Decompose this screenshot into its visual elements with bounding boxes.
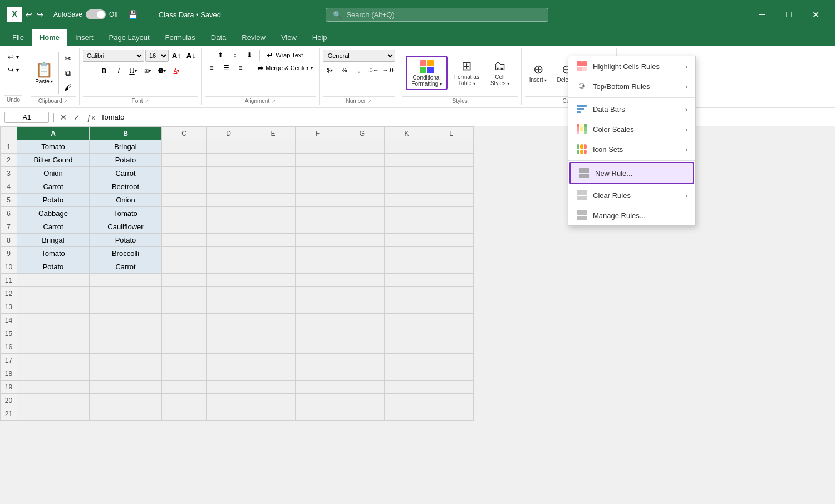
cell-f20[interactable] — [296, 394, 340, 407]
cell-l5[interactable] — [429, 194, 474, 207]
col-header-f[interactable]: F — [296, 127, 340, 140]
cell-c14[interactable] — [162, 314, 207, 327]
cell-g15[interactable] — [340, 327, 385, 340]
cell-g21[interactable] — [340, 407, 385, 421]
cell-a12[interactable] — [17, 287, 90, 300]
cell-c6[interactable] — [162, 207, 207, 220]
font-family-select[interactable]: Calibri — [83, 50, 144, 62]
increase-decimal-btn[interactable]: →.0 — [381, 64, 395, 76]
format-painter-btn[interactable]: 🖌 — [61, 81, 75, 94]
tab-file[interactable]: File — [4, 29, 32, 46]
cell-f11[interactable] — [296, 274, 340, 287]
align-top-btn[interactable]: ⬆ — [214, 50, 227, 61]
cf-menu-iconsets[interactable]: Icon Sets › — [568, 139, 695, 159]
cell-d17[interactable] — [207, 354, 251, 367]
col-header-l[interactable]: L — [429, 127, 474, 140]
cell-d9[interactable] — [207, 247, 251, 260]
cf-menu-newrule[interactable]: New Rule... — [569, 162, 694, 184]
increase-font-btn[interactable]: A↑ — [170, 50, 183, 62]
cell-b21[interactable] — [90, 407, 162, 421]
cell-c21[interactable] — [162, 407, 207, 421]
decrease-decimal-btn[interactable]: .0← — [367, 64, 380, 76]
cell-g4[interactable] — [340, 180, 385, 194]
row-header-6[interactable]: 6 — [1, 207, 17, 220]
cell-b7[interactable]: Cauliflower — [90, 220, 162, 234]
border-btn[interactable]: ⊞▾ — [141, 65, 154, 77]
cell-g5[interactable] — [340, 194, 385, 207]
cell-c1[interactable] — [162, 140, 207, 154]
row-header-21[interactable]: 21 — [1, 407, 17, 421]
cell-a1[interactable]: Tomato — [17, 140, 90, 154]
cell-b6[interactable]: Tomato — [90, 207, 162, 220]
cell-b5[interactable]: Onion — [90, 194, 162, 207]
row-header-1[interactable]: 1 — [1, 140, 17, 154]
cell-e3[interactable] — [251, 167, 296, 180]
cell-l20[interactable] — [429, 394, 474, 407]
cell-e4[interactable] — [251, 180, 296, 194]
cell-c15[interactable] — [162, 327, 207, 340]
col-header-c[interactable]: C — [162, 127, 207, 140]
col-header-k[interactable]: K — [385, 127, 429, 140]
formula-cancel-btn[interactable]: ✕ — [58, 112, 69, 123]
cell-d14[interactable] — [207, 314, 251, 327]
cell-f10[interactable] — [296, 260, 340, 274]
cell-a11[interactable] — [17, 274, 90, 287]
cell-e13[interactable] — [251, 300, 296, 314]
wrap-text-btn[interactable]: ↵ Wrap Text — [263, 50, 306, 61]
cell-g19[interactable] — [340, 381, 385, 394]
col-header-e[interactable]: E — [251, 127, 296, 140]
cf-dropdown-menu[interactable]: Highlight Cells Rules › ⑩ Top/Bottom Rul… — [568, 56, 696, 226]
cell-l17[interactable] — [429, 354, 474, 367]
cell-d13[interactable] — [207, 300, 251, 314]
cell-d15[interactable] — [207, 327, 251, 340]
cell-b11[interactable] — [90, 274, 162, 287]
cell-c3[interactable] — [162, 167, 207, 180]
tab-page-layout[interactable]: Page Layout — [101, 29, 158, 46]
cell-k4[interactable] — [385, 180, 429, 194]
cell-k11[interactable] — [385, 274, 429, 287]
cell-b19[interactable] — [90, 381, 162, 394]
cell-c20[interactable] — [162, 394, 207, 407]
cell-l14[interactable] — [429, 314, 474, 327]
cell-a19[interactable] — [17, 381, 90, 394]
cell-k14[interactable] — [385, 314, 429, 327]
cell-b16[interactable] — [90, 340, 162, 354]
cell-l9[interactable] — [429, 247, 474, 260]
name-box[interactable] — [4, 112, 49, 123]
cell-b2[interactable]: Potato — [90, 154, 162, 167]
cell-a5[interactable]: Potato — [17, 194, 90, 207]
italic-btn[interactable]: I — [112, 65, 125, 77]
cell-d21[interactable] — [207, 407, 251, 421]
cell-e5[interactable] — [251, 194, 296, 207]
cell-d5[interactable] — [207, 194, 251, 207]
row-header-15[interactable]: 15 — [1, 327, 17, 340]
cell-k12[interactable] — [385, 287, 429, 300]
cell-e2[interactable] — [251, 154, 296, 167]
formula-insert-fn-btn[interactable]: ƒx — [85, 112, 97, 123]
row-header-12[interactable]: 12 — [1, 287, 17, 300]
cell-k15[interactable] — [385, 327, 429, 340]
cell-b14[interactable] — [90, 314, 162, 327]
cell-c11[interactable] — [162, 274, 207, 287]
cell-f14[interactable] — [296, 314, 340, 327]
cell-k6[interactable] — [385, 207, 429, 220]
cell-d2[interactable] — [207, 154, 251, 167]
cf-menu-highlight[interactable]: Highlight Cells Rules › — [568, 56, 695, 76]
formula-input[interactable] — [101, 113, 831, 121]
cell-l8[interactable] — [429, 234, 474, 247]
row-header-2[interactable]: 2 — [1, 154, 17, 167]
cell-c7[interactable] — [162, 220, 207, 234]
percent-btn[interactable]: % — [338, 64, 351, 76]
cell-e10[interactable] — [251, 260, 296, 274]
cell-d20[interactable] — [207, 394, 251, 407]
cell-e19[interactable] — [251, 381, 296, 394]
col-header-g[interactable]: G — [340, 127, 385, 140]
col-header-a[interactable]: A — [17, 127, 90, 140]
cell-g1[interactable] — [340, 140, 385, 154]
cell-d12[interactable] — [207, 287, 251, 300]
cell-d19[interactable] — [207, 381, 251, 394]
tab-insert[interactable]: Insert — [67, 29, 101, 46]
cell-b13[interactable] — [90, 300, 162, 314]
insert-cells-btn[interactable]: ⊕ Insert ▾ — [525, 60, 552, 86]
cell-l16[interactable] — [429, 340, 474, 354]
